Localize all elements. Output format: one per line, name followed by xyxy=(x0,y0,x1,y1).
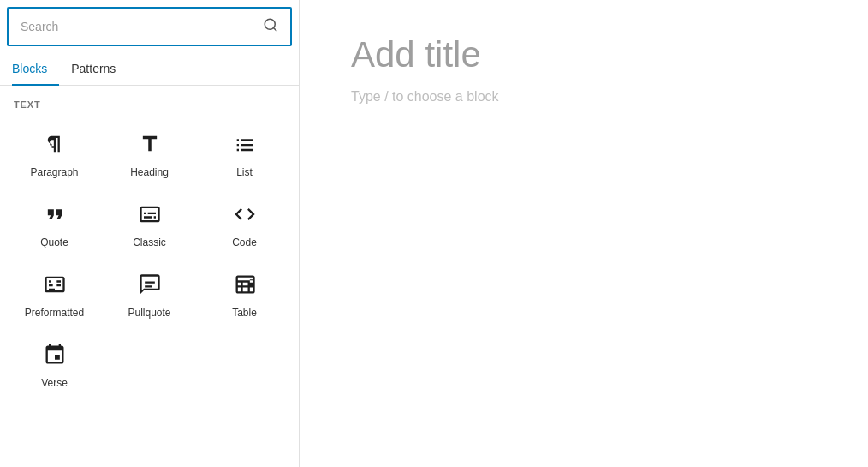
code-icon xyxy=(229,199,260,230)
tab-blocks[interactable]: Blocks xyxy=(12,53,59,86)
quote-label: Quote xyxy=(40,236,68,248)
block-quote[interactable]: Quote xyxy=(7,187,102,257)
blocks-list: TEXT Paragraph Heading xyxy=(0,86,299,467)
block-heading[interactable]: Heading xyxy=(102,117,197,187)
block-preformatted[interactable]: Preformatted xyxy=(7,257,102,327)
block-classic[interactable]: Classic xyxy=(102,187,197,257)
preformatted-label: Preformatted xyxy=(25,307,84,319)
search-input[interactable] xyxy=(21,20,256,33)
list-label: List xyxy=(236,166,253,178)
right-panel: Add title Type / to choose a block xyxy=(300,0,868,467)
pullquote-label: Pullquote xyxy=(128,307,170,319)
tabs-row: Blocks Patterns xyxy=(0,53,299,86)
left-panel: Blocks Patterns TEXT Paragraph xyxy=(0,0,300,467)
blocks-grid: Paragraph Heading List xyxy=(0,117,299,398)
section-text-label: TEXT xyxy=(0,94,299,117)
preformatted-icon xyxy=(39,269,70,300)
pullquote-icon xyxy=(134,269,165,300)
search-icon xyxy=(263,17,278,36)
block-code[interactable]: Code xyxy=(197,187,292,257)
classic-label: Classic xyxy=(133,236,166,248)
verse-icon xyxy=(39,339,70,370)
block-verse[interactable]: Verse xyxy=(7,327,102,398)
editor-hint: Type / to choose a block xyxy=(351,89,817,105)
paragraph-icon xyxy=(39,129,70,159)
editor-title[interactable]: Add title xyxy=(351,34,817,75)
block-paragraph[interactable]: Paragraph xyxy=(7,117,102,187)
block-pullquote[interactable]: Pullquote xyxy=(102,257,197,327)
quote-icon xyxy=(39,199,70,230)
heading-label: Heading xyxy=(130,166,169,178)
svg-line-1 xyxy=(273,27,276,30)
verse-label: Verse xyxy=(41,377,68,389)
block-list[interactable]: List xyxy=(197,117,292,187)
table-icon xyxy=(229,269,260,300)
classic-icon xyxy=(134,199,165,230)
paragraph-label: Paragraph xyxy=(30,166,78,178)
list-icon xyxy=(229,129,260,159)
table-label: Table xyxy=(232,307,257,319)
code-label: Code xyxy=(232,236,257,248)
block-table[interactable]: Table xyxy=(197,257,292,327)
search-area xyxy=(7,7,292,46)
heading-icon xyxy=(134,129,165,159)
tab-patterns[interactable]: Patterns xyxy=(71,53,128,86)
